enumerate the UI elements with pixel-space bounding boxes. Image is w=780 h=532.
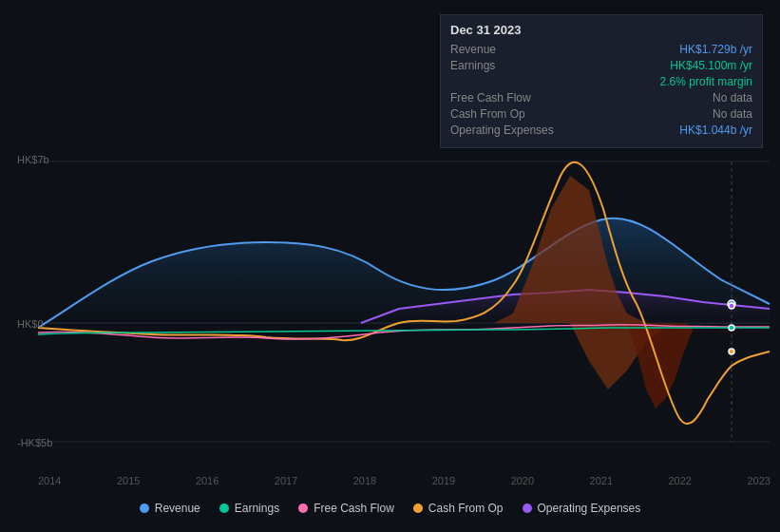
legend-dot-cashop bbox=[413, 504, 423, 513]
x-label-2022: 2022 bbox=[669, 475, 692, 486]
tooltip-revenue-label: Revenue bbox=[450, 43, 564, 56]
x-label-2020: 2020 bbox=[511, 475, 534, 486]
x-label-2023: 2023 bbox=[747, 475, 770, 486]
svg-point-6 bbox=[729, 325, 734, 331]
tooltip-earnings-label: Earnings bbox=[450, 59, 564, 72]
tooltip-cashop-value: No data bbox=[713, 107, 752, 121]
tooltip-box: Dec 31 2023 Revenue HK$1.729b /yr Earnin… bbox=[440, 14, 763, 148]
legend-label-earnings: Earnings bbox=[235, 502, 279, 515]
x-axis: 2014 2015 2016 2017 2018 2019 2020 2021 … bbox=[38, 475, 770, 486]
tooltip-opex-label: Operating Expenses bbox=[450, 124, 564, 137]
tooltip-revenue-row: Revenue HK$1.729b /yr bbox=[450, 43, 752, 56]
legend-item-earnings[interactable]: Earnings bbox=[219, 502, 279, 515]
tooltip-margin-row: 2.6% profit margin bbox=[450, 75, 752, 88]
x-label-2014: 2014 bbox=[38, 475, 61, 486]
tooltip-revenue-value: HK$1.729b /yr bbox=[679, 43, 752, 56]
legend-label-revenue: Revenue bbox=[155, 502, 200, 515]
legend-label-cashop: Cash From Op bbox=[428, 502, 504, 515]
x-label-2016: 2016 bbox=[196, 475, 219, 486]
legend-item-opex[interactable]: Operating Expenses bbox=[523, 502, 641, 515]
tooltip-fcf-value: No data bbox=[713, 91, 752, 104]
tooltip-fcf-label: Free Cash Flow bbox=[450, 91, 564, 104]
y-label-bot: -HK$5b bbox=[17, 437, 52, 448]
y-label-top: HK$7b bbox=[17, 154, 49, 165]
legend-item-cashop[interactable]: Cash From Op bbox=[413, 502, 504, 515]
tooltip-margin-value: 2.6% profit margin bbox=[660, 75, 752, 88]
x-label-2021: 2021 bbox=[590, 475, 613, 486]
legend-item-revenue[interactable]: Revenue bbox=[140, 502, 200, 515]
legend-dot-revenue bbox=[140, 504, 149, 513]
x-label-2015: 2015 bbox=[117, 475, 140, 486]
svg-point-7 bbox=[729, 349, 734, 354]
x-label-2017: 2017 bbox=[275, 475, 297, 486]
tooltip-opex-row: Operating Expenses HK$1.044b /yr bbox=[450, 124, 752, 137]
legend: Revenue Earnings Free Cash Flow Cash Fro… bbox=[0, 494, 780, 522]
legend-dot-opex bbox=[523, 504, 532, 513]
tooltip-earnings-row: Earnings HK$45.100m /yr bbox=[450, 59, 752, 72]
tooltip-cashop-row: Cash From Op No data bbox=[450, 107, 752, 121]
legend-label-opex: Operating Expenses bbox=[538, 502, 641, 515]
y-label-mid: HK$0 bbox=[17, 318, 44, 330]
legend-dot-earnings bbox=[219, 504, 229, 513]
svg-point-8 bbox=[729, 303, 734, 309]
tooltip-fcf-row: Free Cash Flow No data bbox=[450, 91, 752, 104]
tooltip-date: Dec 31 2023 bbox=[450, 23, 752, 37]
legend-label-fcf: Free Cash Flow bbox=[314, 502, 394, 515]
tooltip-opex-value: HK$1.044b /yr bbox=[679, 124, 752, 137]
legend-dot-fcf bbox=[298, 504, 308, 513]
legend-item-fcf[interactable]: Free Cash Flow bbox=[298, 502, 394, 515]
tooltip-earnings-value: HK$45.100m /yr bbox=[670, 59, 752, 72]
tooltip-cashop-label: Cash From Op bbox=[450, 107, 564, 121]
x-label-2019: 2019 bbox=[432, 475, 455, 486]
x-label-2018: 2018 bbox=[353, 475, 376, 486]
